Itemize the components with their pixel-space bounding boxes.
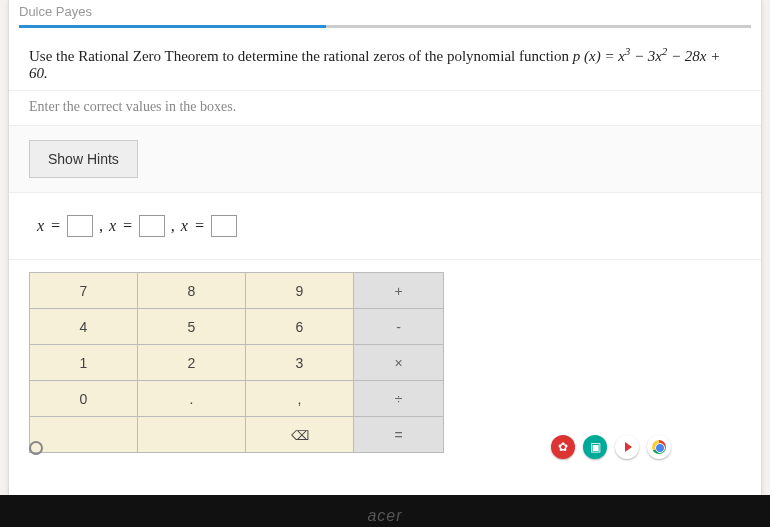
key-dot[interactable]: . (138, 381, 246, 417)
key-empty-1 (30, 417, 138, 453)
key-6[interactable]: 6 (246, 309, 354, 345)
question-prefix: Use the Rational Zero Theorem to determi… (29, 48, 573, 64)
backspace-icon: ⌫ (291, 428, 309, 443)
answer-sep-2: , (171, 217, 175, 235)
launcher-icon[interactable] (29, 441, 43, 455)
keypad-area: 7 8 9 + 4 5 6 - 1 2 3 × 0 . , ÷ (9, 260, 761, 453)
answer-var-3: x (181, 217, 188, 235)
chrome-icon[interactable] (647, 435, 671, 459)
key-times[interactable]: × (354, 345, 444, 381)
key-1[interactable]: 1 (30, 345, 138, 381)
key-0[interactable]: 0 (30, 381, 138, 417)
progress-bar (19, 25, 751, 28)
shelf: ✿ ▣ (551, 435, 671, 459)
key-minus[interactable]: - (354, 309, 444, 345)
progress-fill (19, 25, 326, 28)
answer-eq-3: = (194, 217, 205, 235)
key-9[interactable]: 9 (246, 273, 354, 309)
key-4[interactable]: 4 (30, 309, 138, 345)
answer-row: x = , x = , x = (9, 193, 761, 260)
key-3[interactable]: 3 (246, 345, 354, 381)
answer-sep-1: , (99, 217, 103, 235)
key-backspace[interactable]: ⌫ (246, 417, 354, 453)
answer-var-1: x (37, 217, 44, 235)
key-2[interactable]: 2 (138, 345, 246, 381)
hints-row: Show Hints (9, 126, 761, 193)
brand-label: acer (367, 507, 402, 525)
laptop-bezel: acer (0, 495, 770, 527)
answer-var-2: x (109, 217, 116, 235)
screencast-icon[interactable]: ✿ (551, 435, 575, 459)
keypad: 7 8 9 + 4 5 6 - 1 2 3 × 0 . , ÷ (29, 272, 444, 453)
answer-input-3[interactable] (211, 215, 237, 237)
key-7[interactable]: 7 (30, 273, 138, 309)
key-comma[interactable]: , (246, 381, 354, 417)
play-icon[interactable] (615, 435, 639, 459)
answer-input-2[interactable] (139, 215, 165, 237)
key-empty-2 (138, 417, 246, 453)
answer-input-1[interactable] (67, 215, 93, 237)
present-icon[interactable]: ▣ (583, 435, 607, 459)
show-hints-button[interactable]: Show Hints (29, 140, 138, 178)
student-name: Dulce Payes (9, 0, 761, 25)
instruction-text: Enter the correct values in the boxes. (9, 91, 761, 126)
polynomial-lhs: p (x) = (573, 48, 619, 64)
answer-eq-1: = (50, 217, 61, 235)
key-8[interactable]: 8 (138, 273, 246, 309)
key-plus[interactable]: + (354, 273, 444, 309)
answer-eq-2: = (122, 217, 133, 235)
key-5[interactable]: 5 (138, 309, 246, 345)
key-equals[interactable]: = (354, 417, 444, 453)
question-text: Use the Rational Zero Theorem to determi… (9, 28, 761, 91)
key-divide[interactable]: ÷ (354, 381, 444, 417)
